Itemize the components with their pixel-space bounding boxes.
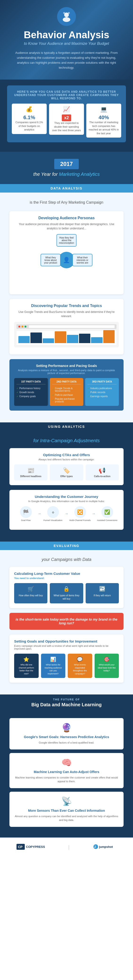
future-header: THE FUTURE OF Big Data and Machine Learn… — [0, 694, 133, 711]
ltv-title: Calculating Long-Term Customer Value — [14, 571, 119, 576]
stats-row: 💰 6.1% Companies spend 6.1% of their bud… — [12, 103, 121, 138]
personas-subsection: Developing Audience Personas Your audien… — [10, 211, 124, 294]
goal-card-2: 📊 What tactics for reaching audience can… — [41, 654, 66, 678]
col1-item-3: ✓Company goals — [16, 394, 46, 398]
hero-title: Behavior Analysis — [10, 30, 124, 40]
third-party-col: 3RD PARTY DATA ✓Industry publications ✓P… — [85, 378, 119, 406]
col2-item-1: ✓Google Trends & keyword terms — [52, 386, 81, 393]
future-title: Big Data and Machine Learning — [5, 702, 128, 708]
browser-dot-red — [18, 326, 20, 328]
budget-icon: 💰 — [14, 106, 44, 113]
sensors-card: 📡 More Sensors Than Ever Can Collect Inf… — [10, 792, 124, 827]
cta-icon: 📢 — [89, 467, 116, 474]
browser-dot-yellow — [21, 326, 23, 328]
browser-bar — [16, 324, 117, 329]
svg-text:jumpshot: jumpshot — [99, 845, 113, 849]
jumpshot-logo-svg: J jumpshot — [93, 843, 117, 851]
assisted-conv-icon: ✅ — [101, 506, 113, 518]
target-icon: 🎯 — [97, 657, 116, 662]
goals-cards: ⭐ Why did one channel perform better tha… — [14, 654, 119, 678]
col1-header: 1ST PARTY DATA — [16, 380, 46, 384]
evaluating-section: your Campaigns with Data Calculating Lon… — [0, 550, 133, 694]
persona-right: What their interests or worries are — [73, 254, 92, 266]
arrow-icon-3: → — [92, 512, 95, 516]
question-text: is the short-term sale today worth the d… — [14, 617, 119, 625]
year-subtitle: the Year for Marketing Analytics — [10, 172, 124, 177]
data-analysis-header-text: DATA ANALYSIS — [5, 186, 128, 190]
ltv-section: Calculating Long-Term Customer Value You… — [10, 567, 124, 608]
future-header-text: THE FUTURE OF — [5, 698, 128, 701]
ltv-cards: 🛒 How often they will buy 🔒 What types o… — [14, 583, 119, 603]
ml-card-desc: Machine learning allows companies to con… — [14, 776, 119, 783]
cta-option-2: 🏷️ Offer types — [50, 465, 83, 480]
year-badge: 2017 — [54, 159, 79, 169]
ltv-card-text-3: If they will return — [89, 594, 116, 597]
goals-section: Setting Goals and Opportunities for Impr… — [10, 635, 124, 682]
year-section: 2017 the Year for Marketing Analytics — [0, 152, 133, 184]
stat3-desc: The number of marketing tech companies h… — [89, 121, 119, 135]
ltv-card-1: 🛒 How often they will buy — [14, 583, 48, 603]
col2-item-3: ✓Popular purchased products — [52, 397, 81, 404]
headline-icon: 📰 — [17, 467, 44, 474]
chart-icon: 📊 — [44, 657, 63, 662]
sensors-card-desc: Almost any question a company can be ide… — [14, 815, 119, 822]
browser-content — [16, 331, 117, 345]
personas-desc: Your audience personas should dive deepe… — [14, 222, 119, 231]
cta-options: 📰 Different headlines 🏷️ Offer types 📢 C… — [14, 465, 119, 480]
goals-desc: Every campaign should end with a review … — [14, 644, 119, 650]
cta-title: Optimizing CTAs and Offers — [14, 453, 119, 457]
funnel-viz-icon: ⬦ — [47, 506, 59, 518]
first-party-col: 1ST PARTY DATA ✓Performance history ✓Gro… — [14, 378, 48, 406]
eval-header: your Campaigns with Data — [10, 557, 124, 562]
trend-bars — [18, 333, 115, 343]
hero-description: Audience analysis is typically a forgott… — [14, 51, 119, 70]
journey-section: Understanding the Customer Journey In Go… — [10, 490, 124, 530]
stat2-desc: They are expected to double their spendi… — [51, 121, 82, 132]
hero-subtitle: to Know Your Audience and Maximize Your … — [10, 41, 124, 46]
growth-icon: 📈 — [51, 106, 82, 113]
sensors-card-title: More Sensors Than Ever Can Collect Infor… — [14, 809, 119, 813]
journey-icons: 🏁 Goal Flow → ⬦ Funnel Visualization → 🔀… — [14, 506, 119, 522]
svg-text:COPYPRESS: COPYPRESS — [26, 845, 45, 849]
stat-item-2: 📈 x2 They are expected to double their s… — [49, 103, 84, 135]
trend-bar-8 — [103, 330, 115, 343]
stats-banner-label: HERE'S HOW YOU CAN USE DATA AND ANALYTIC… — [12, 90, 121, 100]
using-analytics-section: for Intra-Campaign Adjustments Optimizin… — [0, 431, 133, 542]
buy-frequency-icon: 🛒 — [17, 586, 44, 592]
speech-icon: 💬 — [71, 657, 89, 662]
stat-item-3: 💻 40% The number of marketing tech compa… — [86, 103, 121, 138]
col3-item-1: ✓Industry publications — [87, 386, 117, 390]
journey-label-3: Multi-Channel Funnels — [68, 519, 92, 522]
col3-item-2: ✓Public records — [87, 390, 117, 394]
performance-subsection: Setting Performance and Pacing Goals Ana… — [10, 359, 124, 410]
stat1-desc: Companies spend 6.1% of their budgets on… — [14, 121, 44, 131]
star-icon: ⭐ — [17, 657, 36, 662]
browser-dot-green — [25, 326, 27, 328]
goal-card-4: 🎯 What would your ideal base look like t… — [95, 654, 119, 678]
svg-point-1 — [63, 17, 70, 22]
stats-section: HERE'S HOW YOU CAN USE DATA AND ANALYTIC… — [0, 80, 133, 152]
goal-flow-icon: 🏁 — [20, 506, 32, 518]
journey-step-1: 🏁 Goal Flow — [14, 506, 38, 522]
col3-item-3: ✓Earnings reports — [87, 394, 117, 398]
jumpshot-logo: J jumpshot — [93, 843, 117, 852]
svg-point-2 — [63, 12, 65, 14]
using-analytics-header: USING ANALYTICS — [0, 422, 133, 431]
svg-text:CP: CP — [18, 845, 22, 849]
x2-badge: x2 — [62, 115, 71, 121]
footer: CP COPYPRESS | J jumpshot — [0, 837, 133, 857]
col1-item-1: ✓Performance history — [16, 386, 46, 390]
ltv-card-3: ↩️ If they will return — [86, 583, 119, 603]
stat1-number: 6.1% — [14, 115, 44, 121]
trends-title: Discovering Popular Trends and Topics — [14, 304, 119, 308]
trend-bar-4 — [55, 331, 66, 343]
data-analysis-intro: is the First Step of Any Marketing Campa… — [10, 200, 124, 205]
goal-card-text-1: Why did one channel perform better than … — [17, 663, 36, 675]
data-analysis-section: is the First Step of Any Marketing Campa… — [0, 192, 133, 422]
persona-left: What they know about your product — [41, 254, 60, 266]
goal-card-text-4: What would your ideal base look like tod… — [97, 663, 116, 672]
using-subtitle: for Intra-Campaign Adjustments — [10, 438, 124, 443]
trends-desc: Use Google Trends and BuzzSumo to identi… — [14, 310, 119, 318]
item-types-icon: 🔒 — [52, 586, 80, 592]
cta-option-label-1: Different headlines — [17, 475, 44, 477]
